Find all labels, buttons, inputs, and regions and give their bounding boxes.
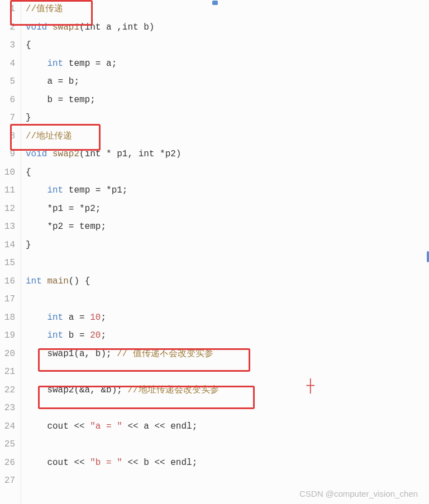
code-line[interactable]: b = temp; xyxy=(26,91,429,109)
watermark-text: CSDN @computer_vision_chen xyxy=(299,489,418,498)
code-line[interactable]: //值传递 xyxy=(26,0,429,18)
line-number: 8 xyxy=(0,127,15,146)
code-line[interactable] xyxy=(26,363,429,381)
top-marker-icon xyxy=(212,1,218,5)
line-number: 26 xyxy=(0,454,15,472)
code-line[interactable]: { xyxy=(26,164,429,182)
line-number: 13 xyxy=(0,218,15,236)
code-line[interactable]: int main() { xyxy=(26,272,429,291)
code-editor: 1 2 3 4 5 6 7 8 9 10 11 12 13 14 15 16 1… xyxy=(0,0,429,504)
code-line[interactable] xyxy=(26,472,429,490)
code-line[interactable] xyxy=(26,254,429,272)
line-number: 15 xyxy=(0,254,15,272)
line-number: 2 xyxy=(0,18,15,37)
line-number: 11 xyxy=(0,181,15,200)
code-line[interactable]: int temp = a; xyxy=(26,55,429,73)
code-line[interactable] xyxy=(26,290,429,309)
code-area[interactable]: //值传递 void swap1(int a ,int b) { int tem… xyxy=(21,0,429,504)
code-line[interactable] xyxy=(26,399,429,417)
line-number: 20 xyxy=(0,345,15,363)
code-line[interactable]: swap1(a, b); // 值传递不会改变实参 xyxy=(26,345,429,363)
line-number: 4 xyxy=(0,55,15,73)
code-line[interactable]: *p1 = *p2; xyxy=(26,200,429,218)
line-number: 22 xyxy=(0,381,15,400)
code-line[interactable]: cout << "b = " << b << endl; xyxy=(26,454,429,472)
code-line[interactable]: //地址传递 xyxy=(26,127,429,146)
code-line[interactable]: void swap2(int * p1, int *p2) xyxy=(26,145,429,164)
line-number: 21 xyxy=(0,363,15,381)
line-number: 25 xyxy=(0,435,15,454)
code-line[interactable] xyxy=(26,435,429,454)
line-number: 16 xyxy=(0,272,15,291)
code-line[interactable]: *p2 = temp; xyxy=(26,218,429,236)
code-line[interactable]: cout << "a = " << a << endl; xyxy=(26,417,429,436)
code-line[interactable]: void swap1(int a ,int b) xyxy=(26,18,429,37)
line-number: 23 xyxy=(0,399,15,417)
line-number: 7 xyxy=(0,109,15,127)
line-number: 17 xyxy=(0,290,15,309)
line-number: 5 xyxy=(0,73,15,91)
code-line[interactable]: int a = 10; xyxy=(26,309,429,327)
line-number-gutter: 1 2 3 4 5 6 7 8 9 10 11 12 13 14 15 16 1… xyxy=(0,0,21,504)
line-number: 10 xyxy=(0,164,15,182)
code-line[interactable]: swap2(&a, &b); //地址传递会改变实参 xyxy=(26,381,429,400)
code-line[interactable]: a = b; xyxy=(26,73,429,91)
line-number: 9 xyxy=(0,145,15,164)
line-number: 1 xyxy=(0,0,15,18)
line-number: 18 xyxy=(0,309,15,327)
line-number: 6 xyxy=(0,91,15,109)
line-number: 12 xyxy=(0,200,15,218)
code-line[interactable]: } xyxy=(26,236,429,255)
code-line[interactable]: } xyxy=(26,109,429,127)
line-number: 27 xyxy=(0,472,15,490)
code-line[interactable]: int temp = *p1; xyxy=(26,181,429,200)
line-number: 3 xyxy=(0,36,15,55)
code-line[interactable]: int b = 20; xyxy=(26,327,429,345)
code-line[interactable]: { xyxy=(26,36,429,55)
line-number: 24 xyxy=(0,417,15,436)
line-number: 19 xyxy=(0,327,15,345)
scroll-marker-icon xyxy=(427,251,429,262)
line-number: 14 xyxy=(0,236,15,255)
